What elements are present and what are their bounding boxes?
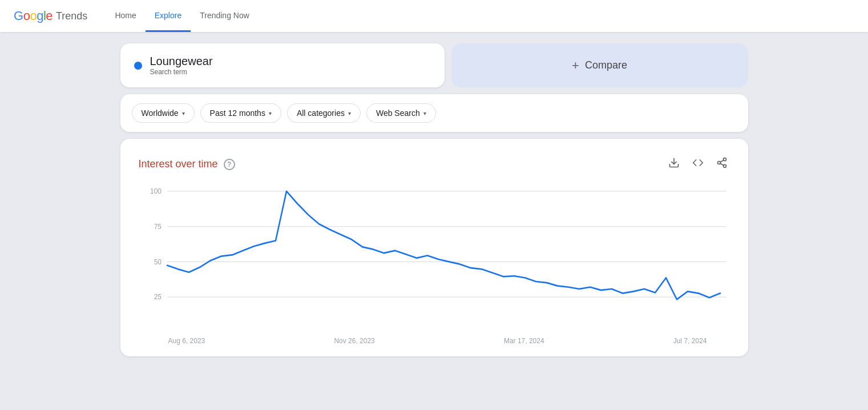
- svg-line-5: [720, 160, 724, 162]
- search-text-block: Loungewear Search term: [150, 55, 213, 76]
- period-filter-label: Past 12 months: [210, 108, 265, 118]
- svg-text:50: 50: [154, 258, 161, 266]
- search-compare-row: Loungewear Search term + Compare: [120, 43, 748, 87]
- interest-chart: 100 75 50 25: [139, 185, 730, 333]
- chart-actions: [666, 155, 730, 174]
- svg-text:25: 25: [154, 293, 161, 302]
- chart-title-row: Interest over time ?: [139, 158, 235, 170]
- x-label-mar: Mar 17, 2024: [504, 337, 544, 345]
- region-chevron-icon: ▾: [182, 110, 185, 116]
- share-button[interactable]: [714, 155, 730, 174]
- chart-card: Interest over time ?: [120, 139, 748, 356]
- region-filter-label: Worldwide: [142, 108, 179, 118]
- svg-text:100: 100: [150, 187, 161, 196]
- period-chevron-icon: ▾: [269, 110, 272, 116]
- compare-card[interactable]: + Compare: [451, 43, 748, 87]
- filter-row: Worldwide ▾ Past 12 months ▾ All categor…: [120, 94, 748, 132]
- embed-button[interactable]: [690, 155, 706, 174]
- search-term-type: Search term: [150, 68, 213, 76]
- chart-header: Interest over time ?: [139, 155, 730, 174]
- search-type-chevron-icon: ▾: [423, 110, 426, 116]
- period-filter[interactable]: Past 12 months ▾: [200, 103, 281, 123]
- chart-title: Interest over time: [139, 158, 218, 170]
- compare-plus-icon: +: [572, 58, 579, 73]
- header: Google Trends Home Explore Trending Now: [0, 0, 868, 32]
- nav-explore[interactable]: Explore: [146, 0, 191, 32]
- main-nav: Home Explore Trending Now: [106, 0, 258, 32]
- search-type-filter[interactable]: Web Search ▾: [366, 103, 436, 123]
- svg-text:75: 75: [154, 222, 161, 231]
- category-filter[interactable]: All categories ▾: [287, 103, 361, 123]
- search-type-label: Web Search: [376, 108, 420, 118]
- compare-label: Compare: [585, 59, 627, 71]
- region-filter[interactable]: Worldwide ▾: [132, 103, 195, 123]
- download-button[interactable]: [666, 155, 682, 174]
- search-dot: [134, 62, 142, 70]
- nav-home[interactable]: Home: [106, 0, 145, 32]
- category-filter-label: All categories: [297, 108, 345, 118]
- logo: Google Trends: [14, 9, 87, 23]
- logo-google-text: Google: [14, 9, 53, 23]
- help-icon[interactable]: ?: [224, 159, 235, 170]
- x-axis-labels: Aug 6, 2023 Nov 26, 2023 Mar 17, 2024 Ju…: [139, 333, 730, 345]
- category-chevron-icon: ▾: [348, 110, 351, 116]
- x-label-nov: Nov 26, 2023: [334, 337, 374, 345]
- svg-line-4: [720, 163, 724, 165]
- main-content: Loungewear Search term + Compare Worldwi…: [0, 32, 868, 368]
- nav-trending-now[interactable]: Trending Now: [191, 0, 259, 32]
- search-card: Loungewear Search term: [120, 43, 445, 87]
- search-term: Loungewear: [150, 55, 213, 68]
- logo-trends-text: Trends: [56, 10, 87, 22]
- chart-area: 100 75 50 25: [139, 185, 730, 333]
- x-label-jul: Jul 7, 2024: [673, 337, 707, 345]
- x-label-aug: Aug 6, 2023: [168, 337, 205, 345]
